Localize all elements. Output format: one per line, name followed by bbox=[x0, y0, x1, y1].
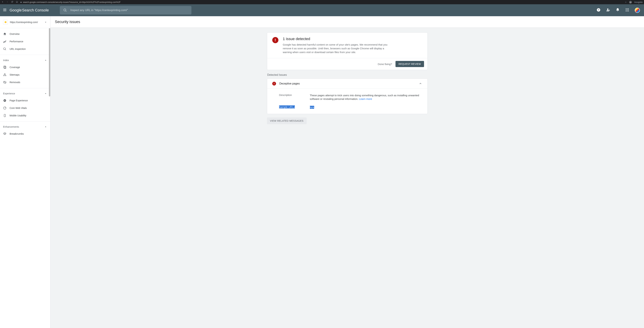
sidebar-item-label: Page Experience bbox=[10, 99, 28, 102]
svg-rect-23 bbox=[4, 114, 6, 117]
section-label: Index bbox=[3, 59, 9, 62]
home-icon bbox=[3, 32, 6, 36]
sidebar: 🟡 https://centexprinting.com/ Overview P… bbox=[0, 16, 50, 328]
url-text: search.google.com/search-console/securit… bbox=[23, 1, 120, 3]
sidebar-item-label: Core Web Vitals bbox=[10, 107, 27, 109]
property-favicon: 🟡 bbox=[3, 20, 8, 24]
svg-point-4 bbox=[607, 8, 608, 10]
svg-point-12 bbox=[626, 11, 626, 11]
sidebar-item-sitemaps[interactable]: Sitemaps bbox=[0, 71, 50, 78]
reload-icon[interactable] bbox=[11, 1, 13, 3]
view-related-messages-button[interactable]: VIEW RELATED MESSAGES bbox=[267, 117, 306, 124]
pages-icon bbox=[3, 66, 6, 69]
mobile-icon bbox=[3, 114, 6, 117]
sidebar-item-label: Overview bbox=[10, 33, 20, 35]
section-index-header[interactable]: Index bbox=[0, 57, 50, 63]
sample-urls-label: Sample URLs bbox=[279, 106, 303, 109]
app-logo[interactable]: Google Search Console bbox=[10, 8, 49, 12]
chart-icon bbox=[3, 40, 6, 43]
page-title: Security issues bbox=[55, 20, 640, 24]
home-icon[interactable] bbox=[16, 1, 18, 3]
svg-point-10 bbox=[627, 9, 628, 10]
error-icon: ! bbox=[272, 37, 278, 43]
lock-icon bbox=[20, 1, 22, 3]
svg-point-15 bbox=[4, 48, 6, 50]
sidebar-item-mobile-usability[interactable]: Mobile Usability bbox=[0, 112, 50, 119]
account-avatar[interactable] bbox=[635, 8, 640, 13]
browser-chrome-bar: search.google.com/search-console/securit… bbox=[0, 0, 644, 4]
logo-google: Google bbox=[10, 8, 22, 12]
svg-rect-20 bbox=[5, 75, 6, 76]
help-icon[interactable]: ? bbox=[596, 8, 600, 13]
search-icon bbox=[63, 8, 67, 12]
svg-point-14 bbox=[628, 11, 629, 11]
svg-point-13 bbox=[627, 11, 628, 11]
sidebar-item-label: Breadcrumbs bbox=[10, 133, 24, 135]
svg-point-0 bbox=[630, 2, 630, 2]
property-selector[interactable]: 🟡 https://centexprinting.com/ bbox=[0, 16, 50, 28]
url-inspect-bar[interactable] bbox=[60, 6, 192, 14]
svg-point-11 bbox=[628, 9, 629, 10]
svg-text:?: ? bbox=[598, 8, 600, 11]
svg-rect-19 bbox=[4, 75, 4, 76]
issue-summary-card: ! 1 issue detected Google has detected h… bbox=[267, 32, 428, 70]
learn-more-link[interactable]: Learn more bbox=[359, 97, 372, 100]
issue-count-title: 1 issue detected bbox=[283, 37, 389, 41]
notifications-icon[interactable] bbox=[616, 8, 620, 13]
sidebar-item-label: Sitemaps bbox=[10, 73, 20, 76]
sidebar-item-core-web-vitals[interactable]: Core Web Vitals bbox=[0, 104, 50, 112]
chevron-up-icon bbox=[44, 125, 47, 128]
sidebar-item-coverage[interactable]: Coverage bbox=[0, 63, 50, 71]
chevron-up-icon bbox=[44, 92, 47, 95]
svg-point-9 bbox=[626, 9, 626, 10]
sitemap-icon bbox=[3, 73, 6, 76]
logo-search-console: Search Console bbox=[22, 8, 49, 12]
scrollbar[interactable] bbox=[49, 28, 50, 96]
sidebar-item-breadcrumbs[interactable]: Breadcrumbs bbox=[0, 130, 50, 138]
svg-point-8 bbox=[628, 8, 629, 9]
apps-icon[interactable] bbox=[625, 8, 629, 13]
layers-icon bbox=[3, 132, 6, 136]
property-url: https://centexprinting.com/ bbox=[10, 21, 42, 23]
request-review-button[interactable]: REQUEST REVIEW bbox=[396, 61, 424, 67]
incognito-label: Incognito bbox=[634, 1, 643, 3]
description-value: These pages attempt to trick users into … bbox=[310, 94, 422, 101]
sidebar-item-page-experience[interactable]: Page Experience bbox=[0, 97, 50, 104]
issue-detail-header[interactable]: ! Deceptive pages bbox=[267, 79, 428, 89]
dropdown-caret-icon bbox=[44, 21, 47, 24]
manage-users-icon[interactable] bbox=[606, 8, 610, 13]
error-icon: ! bbox=[272, 82, 276, 86]
sidebar-item-label: URL inspection bbox=[10, 48, 26, 50]
incognito-icon bbox=[629, 1, 632, 3]
section-enhancements-header[interactable]: Enhancements bbox=[0, 124, 50, 130]
menu-icon[interactable] bbox=[3, 8, 7, 13]
issue-description: Google has detected harmful content on s… bbox=[283, 43, 389, 54]
detected-issues-label: Detected Issues bbox=[267, 73, 428, 76]
sidebar-item-removals[interactable]: Removals bbox=[0, 78, 50, 86]
section-experience-header[interactable]: Experience bbox=[0, 90, 50, 97]
sidebar-item-label: Mobile Usability bbox=[10, 114, 26, 117]
svg-point-5 bbox=[609, 10, 610, 10]
svg-point-7 bbox=[627, 8, 628, 9]
address-bar[interactable]: search.google.com/search-console/securit… bbox=[20, 1, 623, 3]
sample-urls-value: N/A bbox=[310, 106, 422, 109]
section-label: Experience bbox=[3, 92, 15, 95]
back-icon[interactable] bbox=[1, 1, 4, 3]
chevron-up-icon bbox=[44, 59, 47, 62]
svg-point-6 bbox=[626, 8, 626, 9]
url-inspect-input[interactable] bbox=[70, 9, 188, 12]
description-label: Description bbox=[279, 94, 303, 101]
sidebar-item-overview[interactable]: Overview bbox=[0, 30, 50, 38]
forward-icon[interactable] bbox=[6, 1, 8, 3]
issue-detail-card: ! Deceptive pages Description These page… bbox=[267, 78, 428, 114]
sidebar-item-url-inspection[interactable]: URL inspection bbox=[0, 45, 50, 53]
speed-icon bbox=[3, 106, 6, 110]
main-content: Security issues ! 1 issue detected Googl… bbox=[50, 16, 644, 328]
star-icon[interactable]: ☆ bbox=[625, 1, 627, 3]
sidebar-item-label: Coverage bbox=[10, 66, 20, 69]
chevron-up-icon bbox=[418, 82, 422, 86]
sidebar-item-label: Removals bbox=[10, 81, 20, 84]
sidebar-item-performance[interactable]: Performance bbox=[0, 38, 50, 45]
search-icon bbox=[3, 47, 6, 51]
circle-plus-icon bbox=[3, 99, 6, 102]
